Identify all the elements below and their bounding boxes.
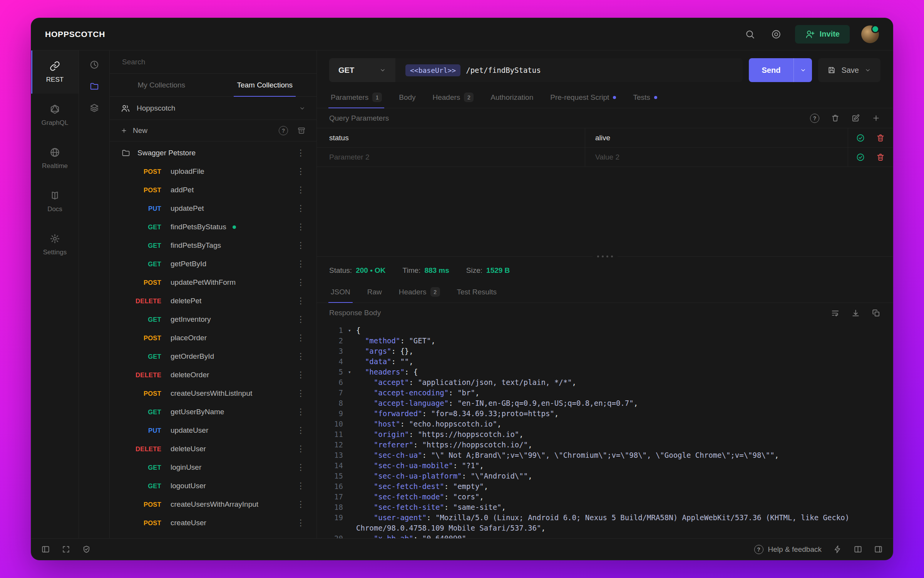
nav-item-graphql[interactable]: GraphQL (31, 94, 79, 137)
help-icon[interactable]: ? (810, 114, 819, 123)
fold-arrow-icon[interactable] (343, 512, 356, 533)
kebab-menu-icon[interactable]: ⋮ (294, 426, 307, 435)
fold-arrow-icon[interactable] (343, 502, 356, 512)
fold-arrow-icon[interactable] (343, 460, 356, 471)
request-row[interactable]: POST createUsersWithListInput ⋮ (110, 384, 316, 403)
environments-layers-icon[interactable] (87, 101, 102, 115)
plus-icon[interactable] (121, 127, 127, 134)
add-param-plus-icon[interactable] (872, 114, 880, 123)
kebab-menu-icon[interactable]: ⋮ (294, 315, 307, 324)
split-columns-icon[interactable] (854, 545, 862, 554)
nav-item-realtime[interactable]: Realtime (31, 137, 79, 180)
request-row[interactable]: GET findPetsByTags ⋮ (110, 236, 316, 255)
request-row[interactable]: GET getUserByName ⋮ (110, 403, 316, 421)
fold-arrow-icon[interactable] (343, 356, 356, 367)
param-delete-icon[interactable] (876, 133, 885, 143)
folder-row[interactable]: Swagger Petstore ⋮ (110, 144, 316, 162)
avatar[interactable] (861, 25, 879, 43)
fold-arrow-icon[interactable] (343, 388, 356, 398)
request-row[interactable]: POST createUsersWithArrayInput ⋮ (110, 495, 316, 514)
request-row[interactable]: GET logoutUser ⋮ (110, 477, 316, 495)
nav-item-settings[interactable]: Settings (31, 223, 79, 266)
interceptor-shield-icon[interactable] (82, 545, 91, 554)
kebab-menu-icon[interactable]: ⋮ (294, 278, 307, 287)
copy-icon[interactable] (872, 309, 880, 318)
expand-icon[interactable] (62, 545, 70, 554)
fold-arrow-icon[interactable] (343, 481, 356, 492)
nav-item-docs[interactable]: Docs (31, 180, 79, 223)
kebab-menu-icon[interactable]: ⋮ (294, 463, 307, 472)
tab[interactable]: Headers 2 (390, 281, 449, 302)
fold-arrow-icon[interactable] (343, 346, 356, 356)
request-row[interactable]: GET getInventory ⋮ (110, 310, 316, 329)
shortcuts-lightning-icon[interactable] (833, 545, 842, 554)
chevron-down-icon[interactable] (864, 67, 871, 74)
tab[interactable]: Tests (624, 87, 665, 108)
fold-arrow-icon[interactable]: ▾ (343, 367, 356, 377)
request-row[interactable]: GET getPetById ⋮ (110, 255, 316, 273)
kebab-menu-icon[interactable]: ⋮ (294, 149, 307, 157)
fold-arrow-icon[interactable] (343, 492, 356, 502)
tab[interactable]: Team Collections (213, 74, 317, 96)
baseurl-chip[interactable]: <<baseUrl>> (405, 64, 460, 76)
fold-arrow-icon[interactable] (343, 336, 356, 346)
request-row[interactable]: POST uploadFile ⋮ (110, 162, 316, 181)
pane-resize-handle[interactable] (317, 253, 893, 260)
param-value-input[interactable]: alive (585, 128, 848, 147)
fold-arrow-icon[interactable]: ▾ (343, 325, 356, 336)
fold-arrow-icon[interactable] (343, 398, 356, 408)
team-selector[interactable]: Hoppscotch (110, 97, 316, 120)
url-input[interactable]: <<baseUrl>> /pet/findByStatus (395, 58, 743, 82)
tab[interactable]: Headers 2 (424, 87, 482, 108)
request-row[interactable]: POST addPet ⋮ (110, 181, 316, 199)
search-icon[interactable] (743, 27, 757, 42)
request-row[interactable]: DELETE deleteOrder ⋮ (110, 366, 316, 384)
request-row[interactable]: PUT updatePet ⋮ (110, 199, 316, 218)
collapse-right-panel-icon[interactable] (874, 545, 883, 554)
fold-arrow-icon[interactable] (343, 419, 356, 429)
import-export-icon[interactable] (297, 126, 306, 135)
send-options-chevron-icon[interactable] (793, 58, 812, 82)
fold-arrow-icon[interactable] (343, 429, 356, 440)
nav-item-rest[interactable]: REST (31, 50, 79, 94)
invite-button[interactable]: Invite (795, 25, 850, 44)
param-key-input[interactable]: Parameter 2 (317, 148, 585, 166)
request-row[interactable]: GET loginUser ⋮ (110, 458, 316, 477)
param-delete-icon[interactable] (876, 153, 885, 162)
tab[interactable]: Body (390, 87, 424, 108)
fold-arrow-icon[interactable] (343, 450, 356, 460)
kebab-menu-icon[interactable]: ⋮ (294, 297, 307, 305)
kebab-menu-icon[interactable]: ⋮ (294, 389, 307, 398)
method-select[interactable]: GET (329, 58, 395, 82)
request-row[interactable]: GET getOrderById ⋮ (110, 347, 316, 366)
bulk-edit-icon[interactable] (851, 114, 860, 123)
request-row[interactable]: PUT updateUser ⋮ (110, 421, 316, 440)
request-row[interactable]: GET findPetsByStatus ⋮ (110, 218, 316, 236)
tab[interactable]: Test Results (449, 281, 505, 302)
param-value-input[interactable]: Value 2 (585, 148, 848, 166)
kebab-menu-icon[interactable]: ⋮ (294, 352, 307, 361)
download-icon[interactable] (851, 309, 860, 318)
request-row[interactable]: DELETE deleteUser ⋮ (110, 440, 316, 458)
fold-arrow-icon[interactable] (343, 440, 356, 450)
wrap-lines-icon[interactable] (831, 309, 840, 318)
toggle-sidebar-icon[interactable] (41, 545, 50, 554)
clear-all-trash-icon[interactable] (831, 114, 840, 123)
kebab-menu-icon[interactable]: ⋮ (294, 482, 307, 490)
kebab-menu-icon[interactable]: ⋮ (294, 408, 307, 416)
kebab-menu-icon[interactable]: ⋮ (294, 223, 307, 231)
kebab-menu-icon[interactable]: ⋮ (294, 519, 307, 527)
tab[interactable]: Raw (359, 281, 390, 302)
tab[interactable]: Pre-request Script (542, 87, 624, 108)
help-feedback-button[interactable]: ? Help & feedback (754, 545, 822, 554)
kebab-menu-icon[interactable]: ⋮ (294, 334, 307, 342)
kebab-menu-icon[interactable]: ⋮ (294, 371, 307, 379)
request-row[interactable]: DELETE deletePet ⋮ (110, 292, 316, 310)
param-enable-icon[interactable] (856, 133, 865, 143)
tab[interactable]: Authorization (482, 87, 542, 108)
tab[interactable]: My Collections (110, 74, 213, 96)
kebab-menu-icon[interactable]: ⋮ (294, 204, 307, 213)
param-enable-icon[interactable] (856, 153, 865, 162)
kebab-menu-icon[interactable]: ⋮ (294, 167, 307, 176)
kebab-menu-icon[interactable]: ⋮ (294, 186, 307, 194)
